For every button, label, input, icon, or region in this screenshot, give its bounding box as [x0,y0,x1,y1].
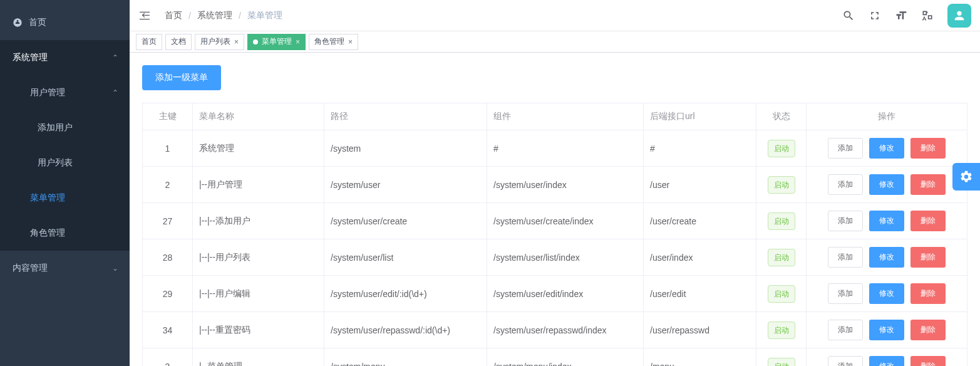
cell-url: /user/edit [644,276,756,312]
cell-status: 启动 [756,312,807,348]
tab-menu-management[interactable]: 菜单管理× [247,34,306,50]
add-top-menu-button[interactable]: 添加一级菜单 [142,65,221,90]
user-avatar[interactable] [947,4,971,28]
edit-button[interactable]: 修改 [869,356,904,366]
tab-docs[interactable]: 文档 [165,34,192,50]
cell-component: /system/user/create/index [487,203,644,239]
breadcrumb-home[interactable]: 首页 [165,10,182,21]
chevron-down-icon: ⌄ [112,264,118,273]
sidebar-item-menu-management[interactable]: 菜单管理 [0,180,130,216]
delete-button[interactable]: 删除 [910,138,946,159]
close-icon[interactable]: × [348,38,353,46]
cell-url: /menu [644,348,756,367]
sidebar-item-label: 用户管理 [30,87,65,98]
cell-url: /user/create [644,203,756,239]
edit-button[interactable]: 修改 [869,247,904,268]
cell-ops: 添加修改删除 [807,312,967,348]
cell-id: 1 [143,130,193,167]
breadcrumb: 首页 / 系统管理 / 菜单管理 [165,10,282,21]
tab-label: 角色管理 [314,36,344,47]
add-button[interactable]: 添加 [828,247,863,268]
breadcrumb-separator: / [188,11,191,21]
toggle-sidebar-button[interactable] [136,7,153,24]
sidebar-item-role-management[interactable]: 角色管理 [0,216,130,251]
status-tag: 启动 [768,140,795,157]
sidebar-item-label: 菜单管理 [30,192,65,204]
close-icon[interactable]: × [296,38,300,46]
cell-url: /user/index [644,239,756,276]
cell-id: 34 [143,312,193,348]
menu-table: 主键 菜单名称 路径 组件 后端接口url 状态 操作 1系统管理/system… [142,103,967,366]
edit-button[interactable]: 修改 [869,211,904,231]
edit-button[interactable]: 修改 [869,320,904,340]
cell-name: |--用户管理 [193,167,324,203]
header: 首页 / 系统管理 / 菜单管理 [130,0,980,31]
add-button[interactable]: 添加 [828,356,863,366]
dashboard-icon [13,18,23,27]
edit-button[interactable]: 修改 [869,138,904,159]
cell-status: 启动 [756,203,807,239]
breadcrumb-system[interactable]: 系统管理 [197,10,232,21]
status-tag: 启动 [768,249,795,266]
cell-name: 系统管理 [193,130,324,167]
table-row: 1系统管理/system##启动添加修改删除 [143,130,967,167]
delete-button[interactable]: 删除 [910,247,946,268]
table-row: 28|--|--用户列表/system/user/list/system/use… [143,239,967,276]
th-status: 状态 [756,103,807,130]
tab-user-list[interactable]: 用户列表× [195,34,244,50]
close-icon[interactable]: × [234,38,239,46]
tab-role-management[interactable]: 角色管理× [309,34,358,50]
sidebar-item-user-management[interactable]: 用户管理 ⌃ [0,75,130,110]
font-size-icon[interactable] [895,9,907,22]
tab-label: 文档 [171,36,186,47]
th-ops: 操作 [807,103,967,130]
sidebar-item-home[interactable]: 首页 [0,5,130,40]
th-name: 菜单名称 [193,103,324,130]
tab-label: 用户列表 [200,36,230,47]
cell-path: /system/menu [324,348,487,367]
delete-button[interactable]: 删除 [910,174,946,195]
header-actions [842,4,971,28]
search-icon[interactable] [842,9,855,22]
cell-component: /system/user/repasswd/index [487,312,644,348]
sidebar-item-system-management[interactable]: 系统管理 ⌃ [0,40,130,75]
settings-gear-button[interactable] [952,163,980,191]
edit-button[interactable]: 修改 [869,283,904,304]
status-tag: 启动 [768,212,795,230]
sidebar: 首页 系统管理 ⌃ 用户管理 ⌃ 添加用户 用户列表 菜单管理 角色管理 内容管… [0,0,130,366]
sidebar-item-add-user[interactable]: 添加用户 [0,110,130,145]
fullscreen-icon[interactable] [869,9,881,22]
status-tag: 启动 [768,285,795,303]
breadcrumb-separator: / [239,11,241,21]
delete-button[interactable]: 删除 [910,211,946,231]
chevron-up-icon: ⌃ [112,88,118,97]
add-button[interactable]: 添加 [828,320,863,340]
add-button[interactable]: 添加 [828,138,863,159]
edit-button[interactable]: 修改 [869,174,904,195]
sidebar-item-content-management[interactable]: 内容管理 ⌄ [0,251,130,286]
table-row: 34|--|--重置密码/system/user/repasswd/:id(\d… [143,312,967,348]
tab-home[interactable]: 首页 [136,34,162,50]
cell-path: /system/user/create [324,203,487,239]
th-url: 后端接口url [644,103,756,130]
cell-status: 启动 [756,130,807,167]
cell-path: /system [324,130,487,167]
cell-id: 27 [143,203,193,239]
cell-path: /system/user/list [324,239,487,276]
cell-url: # [644,130,756,167]
add-button[interactable]: 添加 [828,174,863,195]
cell-ops: 添加修改删除 [807,203,967,239]
table-row: 3|--菜单管理/system/menu/system/menu/index/m… [143,348,967,367]
delete-button[interactable]: 删除 [910,356,946,366]
status-tag: 启动 [768,358,795,367]
delete-button[interactable]: 删除 [910,283,946,304]
cell-status: 启动 [756,239,807,276]
cell-url: /user [644,167,756,203]
sidebar-item-user-list[interactable]: 用户列表 [0,145,130,180]
cell-ops: 添加修改删除 [807,167,967,203]
main: 首页 / 系统管理 / 菜单管理 首页 文档 用户列表× 菜单管理× 角色管理× [130,0,980,366]
add-button[interactable]: 添加 [828,283,863,304]
add-button[interactable]: 添加 [828,211,863,231]
translate-icon[interactable] [921,9,934,22]
delete-button[interactable]: 删除 [910,320,946,340]
